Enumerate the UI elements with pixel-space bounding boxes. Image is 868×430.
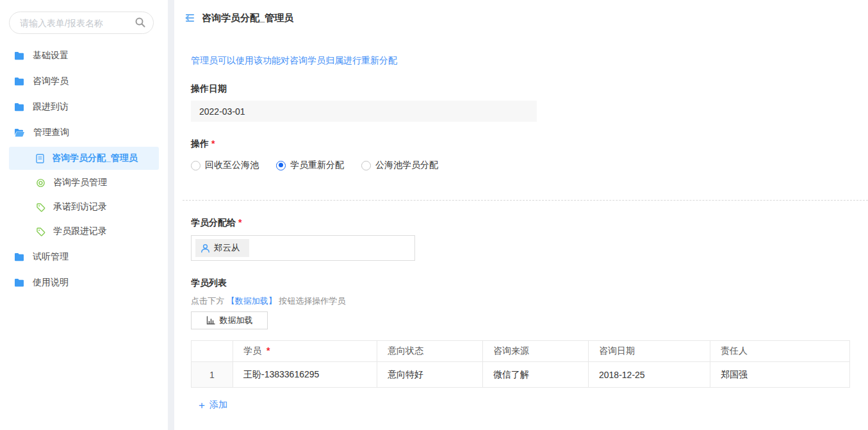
folder-icon (14, 252, 24, 261)
sidebar-item-usage-guide[interactable]: 使用说明 (0, 270, 168, 295)
sidebar-item-label: 学员跟进记录 (53, 226, 107, 237)
document-icon (36, 154, 44, 163)
folder-icon (14, 103, 24, 112)
data-load-label: 数据加载 (220, 315, 253, 326)
operation-date-label: 操作日期 (191, 83, 850, 95)
assign-to-label: 学员分配给* (191, 217, 850, 229)
add-row-link[interactable]: + 添加 (199, 399, 227, 411)
person-icon (201, 244, 210, 253)
page-header: 咨询学员分配_管理员 (174, 0, 868, 36)
cell-owner: 郑国强 (710, 362, 850, 388)
operation-date-value: 2022-03-01 (199, 106, 245, 117)
operation-label: 操作* (191, 138, 850, 150)
required-asterisk: * (266, 345, 270, 356)
sidebar-item-label: 跟进到访 (33, 101, 69, 113)
add-link-label: 添加 (209, 399, 227, 411)
main-panel: 咨询学员分配_管理员 管理员可以使用该功能对咨询学员归属进行重新分配 操作日期 … (174, 0, 868, 430)
sidebar-item-student-follow-records[interactable]: 学员跟进记录 (9, 220, 159, 243)
sidebar-item-student-assign-admin[interactable]: 咨询学员分配_管理员 (9, 147, 159, 170)
sidebar-item-basic-settings[interactable]: 基础设置 (0, 43, 168, 69)
col-header-index (192, 341, 233, 362)
search-input[interactable] (9, 12, 154, 34)
radio-recycle-to-pool[interactable]: 回收至公海池 (191, 160, 259, 171)
sidebar-item-visit-promise-records[interactable]: 承诺到访记录 (9, 195, 159, 219)
data-load-button[interactable]: 数据加载 (191, 311, 268, 329)
page-title: 咨询学员分配_管理员 (202, 12, 293, 24)
student-list-hint: 点击下方 【数据加载】 按钮选择操作学员 (191, 295, 850, 307)
radio-circle-icon (191, 161, 201, 170)
bar-chart-icon (206, 316, 215, 325)
form-content: 管理员可以使用该功能对咨询学员归属进行重新分配 操作日期 2022-03-01 … (174, 55, 868, 430)
sidebar-item-consult-students[interactable]: 咨询学员 (0, 69, 168, 94)
sidebar: 基础设置 咨询学员 跟进到访 管理查询 咨询学员分配_管理员 (0, 0, 168, 430)
assign-to-field[interactable]: 郑云从 (191, 235, 415, 261)
col-header-source: 咨询来源 (483, 341, 589, 362)
student-table: 学员 * 意向状态 咨询来源 咨询日期 责任人 1 王盼-13833616295… (191, 340, 850, 388)
radio-label: 公海池学员分配 (375, 160, 438, 171)
radio-pool-student-assign[interactable]: 公海池学员分配 (361, 160, 438, 171)
sidebar-item-label: 咨询学员 (33, 76, 69, 87)
tag-icon (36, 203, 45, 212)
sidebar-search (9, 12, 155, 34)
assignee-name: 郑云从 (214, 242, 240, 254)
sidebar-item-student-manage[interactable]: 咨询学员管理 (9, 171, 159, 194)
sidebar-item-label: 承诺到访记录 (53, 201, 107, 213)
sidebar-item-follow-visits[interactable]: 跟进到访 (0, 94, 168, 120)
operation-radio-group: 回收至公海池 学员重新分配 公海池学员分配 (191, 160, 850, 171)
cell-row-index: 1 (192, 362, 233, 388)
table-header-row: 学员 * 意向状态 咨询来源 咨询日期 责任人 (192, 341, 850, 362)
assignee-chip[interactable]: 郑云从 (195, 239, 249, 257)
sidebar-item-label: 咨询学员分配_管理员 (52, 153, 138, 164)
student-list-label: 学员列表 (191, 277, 850, 289)
operation-date-field[interactable]: 2022-03-01 (191, 101, 537, 122)
required-asterisk: * (238, 217, 242, 227)
plus-icon: + (199, 400, 205, 411)
radio-label: 学员重新分配 (290, 160, 344, 171)
section-divider (183, 200, 868, 201)
target-icon (36, 178, 45, 188)
radio-circle-icon-selected (276, 161, 286, 170)
cell-date: 2018-12-25 (589, 362, 710, 388)
folder-icon (14, 278, 24, 287)
sidebar-item-label: 使用说明 (33, 277, 69, 288)
hint-load-link: 【数据加载】 (227, 296, 277, 306)
radio-circle-icon (361, 161, 371, 170)
tag-icon (36, 227, 45, 236)
hint-suffix: 按钮选择操作学员 (279, 296, 345, 306)
col-header-date: 咨询日期 (589, 341, 710, 362)
sidebar-item-label: 试听管理 (33, 251, 69, 263)
folder-icon (14, 77, 24, 86)
cell-student: 王盼-13833616295 (233, 362, 377, 388)
sidebar-item-label: 咨询学员管理 (53, 177, 107, 188)
table-row: 1 王盼-13833616295 意向特好 微信了解 2018-12-25 郑国… (192, 362, 850, 388)
col-header-student: 学员 * (233, 341, 377, 362)
radio-label: 回收至公海池 (205, 160, 259, 171)
required-asterisk: * (211, 138, 215, 149)
sidebar-item-label: 基础设置 (33, 50, 69, 62)
hint-prefix: 点击下方 (191, 296, 224, 306)
admin-hint-text: 管理员可以使用该功能对咨询学员归属进行重新分配 (191, 55, 850, 67)
sidebar-item-admin-query[interactable]: 管理查询 (0, 120, 168, 145)
col-header-owner: 责任人 (710, 341, 850, 362)
search-icon[interactable] (135, 17, 146, 28)
radio-reassign-student[interactable]: 学员重新分配 (276, 160, 344, 171)
panel-divider (168, 0, 174, 430)
folder-open-icon (14, 128, 25, 137)
sidebar-nav: 基础设置 咨询学员 跟进到访 管理查询 咨询学员分配_管理员 (0, 43, 168, 295)
folder-icon (14, 51, 24, 60)
col-header-status: 意向状态 (377, 341, 483, 362)
cell-source: 微信了解 (483, 362, 589, 388)
sidebar-item-audition-manage[interactable]: 试听管理 (0, 244, 168, 270)
sidebar-item-label: 管理查询 (33, 127, 69, 138)
collapse-sidebar-icon[interactable] (183, 13, 195, 23)
cell-status: 意向特好 (377, 362, 483, 388)
